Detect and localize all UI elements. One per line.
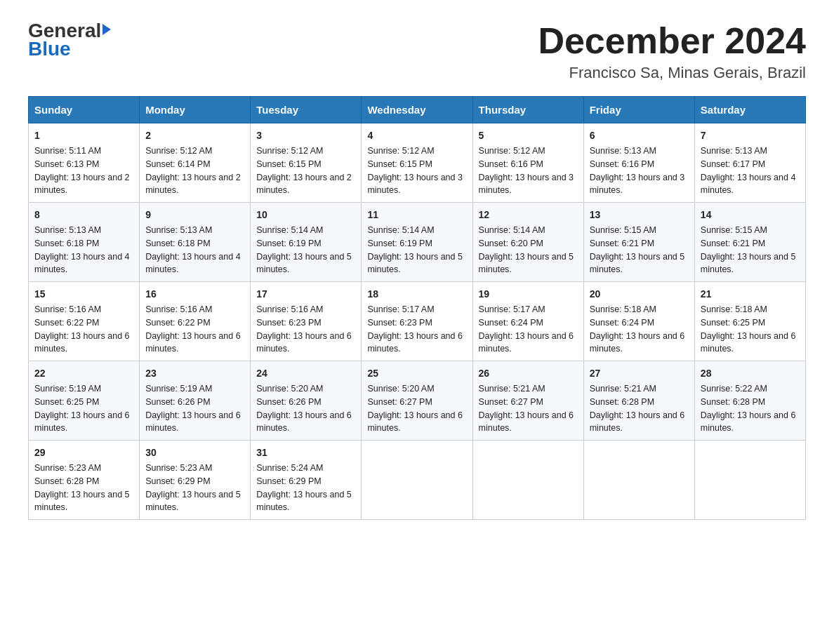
day-number: 17: [256, 287, 355, 302]
sunset-text: Sunset: 6:19 PM: [256, 239, 321, 248]
sunset-text: Sunset: 6:24 PM: [479, 318, 543, 328]
month-title: December 2024: [538, 21, 806, 61]
sunset-text: Sunset: 6:17 PM: [701, 159, 765, 169]
calendar-cell: 11Sunrise: 5:14 AMSunset: 6:19 PMDayligh…: [362, 203, 472, 282]
daylight-text: Daylight: 13 hours and 3 minutes.: [367, 173, 463, 196]
sunrise-text: Sunrise: 5:15 AM: [590, 225, 656, 235]
calendar-cell: 16Sunrise: 5:16 AMSunset: 6:22 PMDayligh…: [140, 282, 251, 361]
sunset-text: Sunset: 6:14 PM: [145, 159, 210, 169]
week-row-5: 29Sunrise: 5:23 AMSunset: 6:28 PMDayligh…: [29, 441, 806, 520]
sunset-text: Sunset: 6:25 PM: [701, 318, 765, 328]
sunrise-text: Sunrise: 5:20 AM: [367, 384, 434, 394]
day-number: 26: [479, 366, 578, 381]
sunset-text: Sunset: 6:26 PM: [256, 397, 321, 407]
calendar-cell: 29Sunrise: 5:23 AMSunset: 6:28 PMDayligh…: [29, 441, 140, 520]
header-day-sunday: Sunday: [29, 97, 140, 123]
calendar-cell: 6Sunrise: 5:13 AMSunset: 6:16 PMDaylight…: [583, 123, 694, 203]
day-number: 9: [145, 208, 244, 222]
sunrise-text: Sunrise: 5:14 AM: [479, 225, 545, 235]
page-header: General Blue December 2024 Francisco Sa,…: [28, 21, 806, 82]
daylight-text: Daylight: 13 hours and 5 minutes.: [701, 252, 796, 275]
calendar-cell: 19Sunrise: 5:17 AMSunset: 6:24 PMDayligh…: [472, 282, 583, 361]
calendar-cell: 15Sunrise: 5:16 AMSunset: 6:22 PMDayligh…: [29, 282, 140, 361]
calendar-body: 1Sunrise: 5:11 AMSunset: 6:13 PMDaylight…: [29, 123, 806, 520]
sunset-text: Sunset: 6:23 PM: [256, 318, 321, 328]
sunrise-text: Sunrise: 5:20 AM: [256, 384, 323, 394]
daylight-text: Daylight: 13 hours and 6 minutes.: [701, 410, 796, 434]
sunrise-text: Sunrise: 5:19 AM: [34, 384, 101, 394]
sunrise-text: Sunrise: 5:15 AM: [701, 225, 767, 235]
sunset-text: Sunset: 6:25 PM: [34, 397, 99, 407]
sunset-text: Sunset: 6:23 PM: [367, 318, 432, 328]
sunset-text: Sunset: 6:27 PM: [367, 397, 432, 407]
sunset-text: Sunset: 6:29 PM: [256, 476, 321, 486]
sunrise-text: Sunrise: 5:13 AM: [34, 225, 101, 235]
daylight-text: Daylight: 13 hours and 3 minutes.: [590, 173, 685, 196]
day-number: 21: [701, 287, 800, 302]
calendar-cell: 7Sunrise: 5:13 AMSunset: 6:17 PMDaylight…: [694, 123, 805, 203]
daylight-text: Daylight: 13 hours and 5 minutes.: [590, 252, 685, 275]
sunset-text: Sunset: 6:16 PM: [479, 159, 543, 169]
daylight-text: Daylight: 13 hours and 6 minutes.: [367, 410, 463, 434]
calendar-cell: 22Sunrise: 5:19 AMSunset: 6:25 PMDayligh…: [29, 361, 140, 441]
calendar-cell: 31Sunrise: 5:24 AMSunset: 6:29 PMDayligh…: [251, 441, 362, 520]
day-number: 31: [256, 445, 355, 460]
sunrise-text: Sunrise: 5:19 AM: [145, 384, 212, 394]
daylight-text: Daylight: 13 hours and 5 minutes.: [145, 490, 241, 513]
calendar-cell: 10Sunrise: 5:14 AMSunset: 6:19 PMDayligh…: [251, 203, 362, 282]
calendar-cell: 3Sunrise: 5:12 AMSunset: 6:15 PMDaylight…: [251, 123, 362, 203]
sunrise-text: Sunrise: 5:16 AM: [145, 304, 212, 314]
sunrise-text: Sunrise: 5:14 AM: [256, 225, 323, 235]
calendar-cell: 20Sunrise: 5:18 AMSunset: 6:24 PMDayligh…: [583, 282, 694, 361]
calendar-cell: [694, 441, 805, 520]
day-number: 30: [145, 445, 244, 460]
daylight-text: Daylight: 13 hours and 2 minutes.: [34, 173, 130, 196]
sunset-text: Sunset: 6:18 PM: [145, 239, 210, 248]
sunrise-text: Sunrise: 5:12 AM: [145, 146, 212, 156]
sunrise-text: Sunrise: 5:13 AM: [590, 146, 656, 156]
day-number: 10: [256, 208, 355, 222]
calendar-cell: 9Sunrise: 5:13 AMSunset: 6:18 PMDaylight…: [140, 203, 251, 282]
day-number: 20: [590, 287, 689, 302]
sunset-text: Sunset: 6:15 PM: [256, 159, 321, 169]
sunrise-text: Sunrise: 5:16 AM: [256, 304, 323, 314]
calendar-cell: 1Sunrise: 5:11 AMSunset: 6:13 PMDaylight…: [29, 123, 140, 203]
sunrise-text: Sunrise: 5:21 AM: [479, 384, 545, 394]
calendar-table: SundayMondayTuesdayWednesdayThursdayFrid…: [28, 96, 806, 520]
daylight-text: Daylight: 13 hours and 6 minutes.: [701, 331, 796, 354]
day-number: 18: [367, 287, 466, 302]
day-number: 25: [367, 366, 466, 381]
sunrise-text: Sunrise: 5:12 AM: [367, 146, 434, 156]
daylight-text: Daylight: 13 hours and 6 minutes.: [367, 331, 463, 354]
header-day-tuesday: Tuesday: [251, 97, 362, 123]
day-number: 22: [34, 366, 133, 381]
calendar-cell: 24Sunrise: 5:20 AMSunset: 6:26 PMDayligh…: [251, 361, 362, 441]
sunrise-text: Sunrise: 5:11 AM: [34, 146, 101, 156]
sunrise-text: Sunrise: 5:23 AM: [34, 463, 101, 473]
calendar-cell: 25Sunrise: 5:20 AMSunset: 6:27 PMDayligh…: [362, 361, 472, 441]
week-row-1: 1Sunrise: 5:11 AMSunset: 6:13 PMDaylight…: [29, 123, 806, 203]
daylight-text: Daylight: 13 hours and 5 minutes.: [256, 252, 352, 275]
sunset-text: Sunset: 6:18 PM: [34, 239, 99, 248]
day-number: 29: [34, 445, 133, 460]
sunset-text: Sunset: 6:28 PM: [590, 397, 654, 407]
daylight-text: Daylight: 13 hours and 6 minutes.: [256, 331, 352, 354]
day-number: 24: [256, 366, 355, 381]
daylight-text: Daylight: 13 hours and 2 minutes.: [145, 173, 241, 196]
logo-arrow-icon: [102, 24, 111, 35]
day-number: 1: [34, 128, 133, 143]
daylight-text: Daylight: 13 hours and 5 minutes.: [256, 490, 352, 513]
day-number: 8: [34, 208, 133, 222]
calendar-cell: 23Sunrise: 5:19 AMSunset: 6:26 PMDayligh…: [140, 361, 251, 441]
calendar-cell: 14Sunrise: 5:15 AMSunset: 6:21 PMDayligh…: [694, 203, 805, 282]
calendar-cell: [583, 441, 694, 520]
sunset-text: Sunset: 6:26 PM: [145, 397, 210, 407]
sunrise-text: Sunrise: 5:18 AM: [590, 304, 656, 314]
header-day-thursday: Thursday: [472, 97, 583, 123]
daylight-text: Daylight: 13 hours and 4 minutes.: [145, 252, 241, 275]
sunset-text: Sunset: 6:13 PM: [34, 159, 99, 169]
sunrise-text: Sunrise: 5:13 AM: [701, 146, 767, 156]
day-number: 11: [367, 208, 466, 222]
daylight-text: Daylight: 13 hours and 4 minutes.: [701, 173, 796, 196]
header-day-friday: Friday: [583, 97, 694, 123]
